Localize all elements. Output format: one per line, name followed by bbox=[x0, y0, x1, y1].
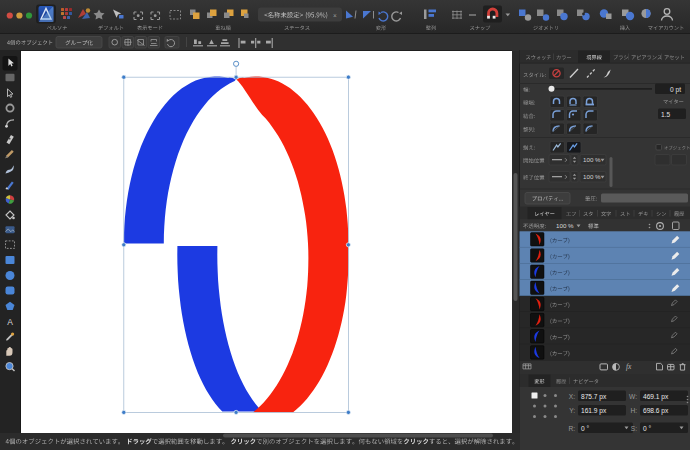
svg-text:A: A bbox=[7, 317, 13, 327]
svg-text:161.9 px: 161.9 px bbox=[581, 407, 607, 415]
svg-text:W:: W: bbox=[629, 393, 637, 400]
svg-text:100 %: 100 % bbox=[583, 173, 601, 180]
svg-text:X:: X: bbox=[569, 393, 575, 400]
svg-text:100 %: 100 % bbox=[583, 156, 601, 163]
svg-text:S:: S: bbox=[631, 425, 637, 432]
svg-text:×: × bbox=[333, 12, 337, 19]
svg-text:R:: R: bbox=[568, 425, 575, 432]
svg-text:698.6 px: 698.6 px bbox=[643, 407, 669, 415]
svg-text:469.1 px: 469.1 px bbox=[643, 393, 669, 401]
svg-text:1.5: 1.5 bbox=[661, 111, 670, 118]
svg-text:fx: fx bbox=[626, 362, 632, 371]
svg-text:H:: H: bbox=[630, 407, 637, 414]
svg-text:875.7 px: 875.7 px bbox=[581, 393, 607, 401]
svg-text:100 %: 100 % bbox=[556, 222, 574, 229]
svg-text:Y:: Y: bbox=[569, 407, 575, 414]
svg-text:0 °: 0 ° bbox=[643, 425, 651, 432]
svg-text:0 pt: 0 pt bbox=[670, 86, 681, 94]
svg-text:0 °: 0 ° bbox=[581, 425, 589, 432]
